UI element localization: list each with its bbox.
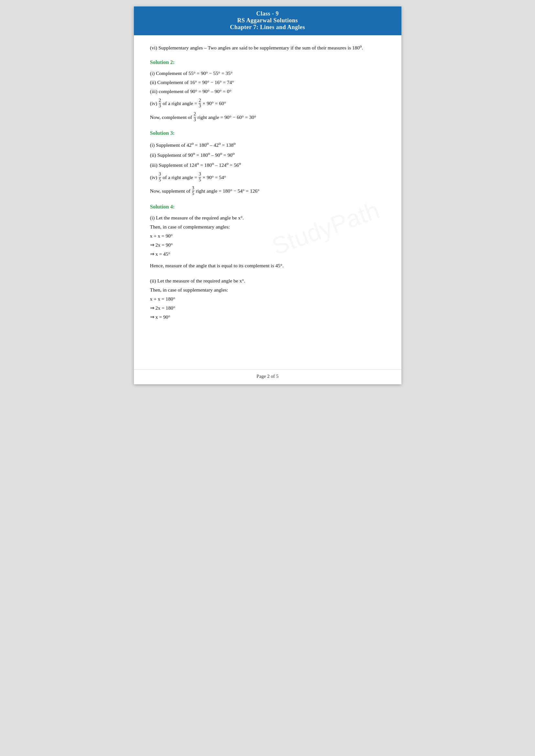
sol4-part2-intro: (ii) Let the measure of the required ang… — [150, 276, 385, 285]
sol2-comp-suffix: right angle = 90° − 60° = 30° — [196, 113, 256, 122]
solution-3-heading: Solution 3: — [150, 130, 385, 136]
sol4-eq2: ⇒ 2x = 90° — [150, 240, 385, 250]
page-content: (vi) Supplementary angles – Two angles a… — [134, 35, 401, 366]
sol4-part1-sub: Then, in case of complementary angles: — [150, 222, 385, 231]
sol2-frac1: 2 3 — [159, 98, 161, 109]
sol2-complement-line: Now, complement of 2 3 right angle = 90°… — [150, 112, 385, 123]
sol4-conclusion1: Hence, measure of the angle that is equa… — [150, 261, 385, 270]
sol4-part1-intro: (i) Let the measure of the required angl… — [150, 213, 385, 222]
sol3-supplement-line: Now, supplement of 3 5 right angle = 180… — [150, 185, 385, 197]
page-number: Page 2 of 5 — [257, 374, 278, 379]
sol4-eq5: ⇒ 2x = 180° — [150, 304, 385, 312]
header-book: RS Aggarwal Solutions — [140, 17, 395, 24]
sol3-line3: (iii) Supplement of 124o = 180o – 124o =… — [150, 160, 385, 170]
sol2-frac-prefix: (iv) — [150, 98, 158, 108]
sol2-frac1-den: 3 — [159, 103, 161, 109]
page-footer: Page 2 of 5 — [134, 369, 401, 384]
solution-2-heading: Solution 2: — [150, 59, 385, 66]
header-chapter: Chapter 7: Lines and Angles — [140, 24, 395, 31]
intro-text: (vi) Supplementary angles – Two angles a… — [150, 43, 385, 52]
sol4-eq3: ⇒ x = 45° — [150, 250, 385, 258]
sol3-frac2: 3 5 — [199, 172, 201, 183]
sol3-frac1: 3 5 — [159, 172, 161, 183]
sol3-frac2-num: 3 — [199, 172, 201, 177]
sol3-line1: (i) Supplement of 42o = 180o – 42o = 138… — [150, 140, 385, 149]
sol4-eq4: x + x = 180° — [150, 294, 385, 304]
header-class: Class - 9 — [140, 10, 395, 17]
sol3-frac1-den: 5 — [159, 177, 161, 183]
sol4-eq6: ⇒ x = 90° — [150, 312, 385, 322]
sol3-frac-line: (iv) 3 5 of a right angle = 3 5 × 90° = … — [150, 172, 385, 183]
sol3-frac-prefix: (iv) — [150, 173, 158, 182]
solution-3-block: Solution 3: (i) Supplement of 42o = 180o… — [150, 130, 385, 197]
sol3-frac1-num: 3 — [159, 172, 161, 177]
sol2-line3: (iii) complement of 90° = 90° – 90° = 0° — [150, 87, 385, 96]
sol2-frac2: 2 3 — [199, 98, 201, 109]
solution-4-heading: Solution 4: — [150, 203, 385, 210]
sol4-part2-sub: Then, in case of supplementary angles: — [150, 285, 385, 294]
sol3-frac-suffix: × 90° = 54° — [201, 173, 226, 182]
solution-4-block: Solution 4: (i) Let the measure of the r… — [150, 203, 385, 322]
sol2-frac2-num: 2 — [199, 98, 201, 104]
sol2-comp-frac-num: 2 — [194, 112, 196, 117]
sol2-frac1-num: 2 — [159, 98, 161, 104]
sol2-line1: (i) Complement of 55° = 90° − 55° = 35° — [150, 69, 385, 78]
sol3-line2: (ii) Supplement of 90o = 180o – 90o = 90… — [150, 149, 385, 160]
sol3-supp-frac: 3 5 — [192, 185, 194, 197]
sol2-line2: (ii) Complement of 16° = 90° − 16° = 74° — [150, 78, 385, 87]
solution-2-block: Solution 2: (i) Complement of 55° = 90° … — [150, 59, 385, 123]
page-header: Class - 9 RS Aggarwal Solutions Chapter … — [134, 7, 401, 35]
sol2-frac2-den: 3 — [199, 103, 201, 109]
sol2-frac-line: (iv) 2 3 of a right angle = 2 3 × 90° = … — [150, 98, 385, 109]
sol3-supp-frac-num: 3 — [192, 185, 194, 191]
sol2-comp-frac-den: 3 — [194, 117, 196, 123]
sol2-frac-mid: of a right angle = — [161, 98, 199, 108]
sol3-supp-prefix: Now, supplement of — [150, 186, 192, 196]
sol4-eq1: x + x = 90° — [150, 231, 385, 240]
sol3-frac2-den: 5 — [199, 177, 201, 183]
sol2-frac-suffix: × 90° = 60° — [201, 98, 226, 108]
sol2-comp-prefix: Now, complement of — [150, 113, 193, 122]
sol3-frac-mid: of a right angle = — [161, 173, 199, 182]
sol3-supp-suffix: right angle = 180° − 54° = 126° — [195, 186, 260, 196]
sol3-supp-frac-den: 5 — [192, 191, 194, 197]
sol2-comp-frac: 2 3 — [194, 112, 196, 123]
